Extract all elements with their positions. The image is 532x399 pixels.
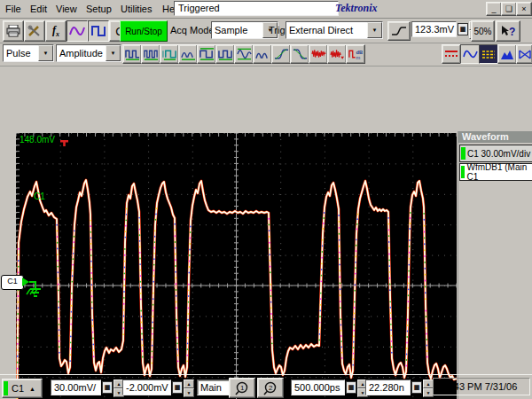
main-toolbar: fx C Run/Stop Acq Mode Sample ▼ Trig Ext… [0,18,532,43]
menu-utilities[interactable]: Utilities [119,3,153,15]
math-button[interactable]: fx [45,20,66,42]
chevron-down-icon[interactable]: ▼ [367,22,382,38]
svg-text:1: 1 [240,384,245,392]
trigger-level-field[interactable]: 123.3mV ▦ ▲▼ [411,20,480,38]
vertical-scale-field[interactable]: 30.00mV/ ▦ ▲▼ [51,379,124,396]
channel-color-swatch [4,381,8,395]
rise-time-icon [274,47,289,61]
help-cursor-icon: ? [500,25,516,38]
eye-mask-icon [519,49,531,60]
timebase-mode-field[interactable]: Main [197,379,230,395]
minimize-button[interactable]: _ [486,2,502,16]
datetime-display: 4:43 PM 7/31/06 [433,378,530,395]
hammer-wrench-icon [27,25,42,37]
db-icon: dBm [348,47,364,61]
menu-view[interactable]: View [54,3,79,15]
set-50pct-button[interactable]: 50% [471,20,495,42]
noise-icon [311,47,326,61]
horizontal-position-field[interactable]: 22.280n ▦ ▲▼ [365,379,434,396]
channel-select-button[interactable]: C1 ▲ [2,379,43,398]
menu-bar: File Edit View Setup Utilities Help Trig… [0,0,532,19]
tektronix-logo: Tektronix [335,2,397,15]
channel-color-swatch [461,147,466,160]
ground-reference-icon [21,275,44,303]
fx-icon: fx [52,24,59,38]
magnifier-1-icon: 1 [234,381,250,395]
svg-text:2: 2 [269,384,273,392]
cursor-lines-icon [444,48,458,60]
run-stop-button[interactable]: Run/Stop [120,20,168,42]
pulse-display-button[interactable] [88,20,109,42]
sine-wave-icon [69,25,85,37]
menu-edit[interactable]: Edit [28,3,49,15]
top-voltage-label: 148.0mV [20,135,55,145]
amplitude-icon [181,47,196,61]
measurement-toolbar: Pulse ▼ Amplitude ▼ dBm [0,43,532,66]
vertical-position-field[interactable]: -2.000mV ▦ ▲▼ [122,379,194,396]
measure-low-button[interactable] [215,44,235,64]
measure-rise-time-button[interactable] [271,44,291,64]
close-button[interactable]: × [516,2,532,16]
fall-time-icon [293,47,308,61]
measure-fall-time-button[interactable] [290,44,309,64]
measure-frequency-button[interactable] [141,44,160,64]
measure-width-button[interactable] [160,44,179,64]
zoom-2-button[interactable]: 2 [257,378,284,398]
pulse-width-icon [162,47,177,61]
waveform-panel-header: Waveform [458,131,532,143]
trig-source-select[interactable]: External Direct ▼ [286,21,383,39]
database-view-button[interactable] [479,44,498,64]
measure-category-select[interactable]: Pulse ▼ [3,44,54,62]
measure-noise-button[interactable] [309,44,328,64]
grid-icon [481,49,496,60]
cycle-amplitude-icon [255,47,270,61]
waveform-graticule [16,133,457,399]
keypad-icon[interactable]: ▦ [458,23,468,35]
pulse-icon [91,25,106,37]
chevron-up-icon: ▲ [29,386,35,392]
waveform-entry-wfmdb1[interactable]: WfmDB1 (Main C1 [459,163,532,181]
histogram-icon [500,49,514,60]
svg-text:?: ? [509,26,515,38]
context-help-button[interactable]: ? [496,20,520,42]
trigger-slope-button[interactable] [387,21,411,41]
waveform-entry-c1[interactable]: C1 30.00mV/div [459,145,532,162]
trig-label: Trig [269,25,286,35]
menu-setup[interactable]: Setup [84,3,113,15]
restore-button[interactable]: ❏ [501,2,517,16]
histogram-view-button[interactable] [497,44,517,64]
measure-type-select[interactable]: Amplitude ▼ [56,44,121,62]
print-button[interactable] [3,20,24,42]
burst-width-icon [237,47,252,61]
eye-diagram-button[interactable] [516,44,532,64]
magnifier-2-icon: 2 [262,381,278,395]
chevron-down-icon[interactable]: ▼ [106,45,121,61]
measure-jitter-button[interactable] [327,44,347,64]
menu-file[interactable]: File [4,3,23,15]
tools-button[interactable] [24,20,45,42]
keypad-icon[interactable]: ▦ [172,381,183,394]
measure-amplitude-button[interactable] [178,44,198,64]
high-level-icon [200,47,215,61]
chevron-down-icon[interactable]: ▼ [38,45,53,61]
waveform-view-button[interactable] [460,44,480,64]
acq-mode-label: Acq Mode [170,25,215,35]
measure-period-button[interactable] [122,44,142,64]
trigger-status-field: Triggered [174,1,339,16]
zoom-1-button[interactable]: 1 [229,378,255,398]
measure-high-button[interactable] [197,44,216,64]
frequency-icon [144,47,159,61]
horizontal-scale-field[interactable]: 500.000ps ▦ ▲▼ [291,379,368,396]
jitter-icon [330,47,345,61]
main-area: 148.0mV C1 -152.0mV 500.0ps/div C1 Wavef… [0,66,532,374]
vertical-position-spinner[interactable]: ▲▼ [184,379,194,395]
keypad-icon[interactable]: ▦ [102,381,113,394]
measure-db-button[interactable]: dBm [346,44,365,64]
measure-cycle-button[interactable] [253,44,272,64]
scope-display[interactable]: 148.0mV C1 -152.0mV 500.0ps/div [16,133,457,399]
cursor-mode-button[interactable] [442,44,461,64]
keypad-icon[interactable]: ▦ [346,381,356,394]
measure-burst-button[interactable] [234,44,254,64]
waveform-display-button[interactable] [66,20,88,42]
keypad-icon[interactable]: ▦ [411,381,422,394]
